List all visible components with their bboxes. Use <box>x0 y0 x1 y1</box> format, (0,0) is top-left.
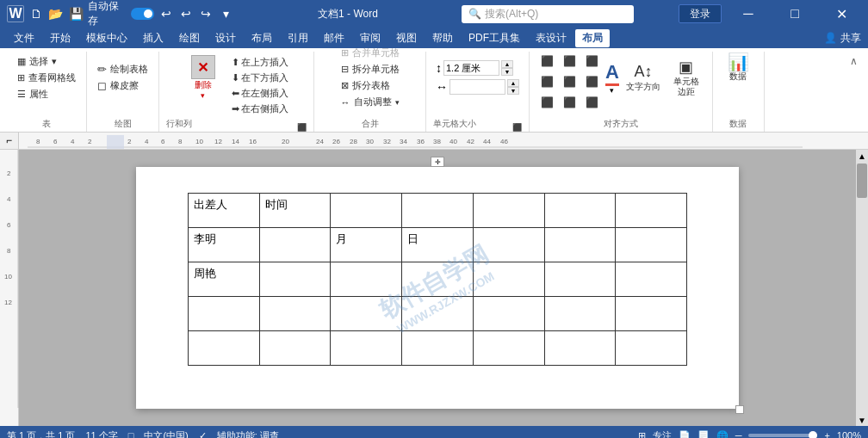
table-cell[interactable] <box>259 331 331 366</box>
table-cell[interactable]: 出差人 <box>189 194 260 228</box>
menu-table-design[interactable]: 表设计 <box>529 29 574 47</box>
cell-margin-button[interactable]: ▣ 单元格边距 <box>667 54 705 101</box>
ruler-corner[interactable]: ⌐ <box>0 133 19 150</box>
table-cell[interactable] <box>473 297 544 331</box>
word-logo-icon[interactable]: W <box>7 5 24 22</box>
table-cell[interactable]: 月 <box>331 228 402 262</box>
undo2-icon[interactable]: ↩ <box>177 5 194 22</box>
table-cell[interactable] <box>259 228 331 262</box>
table-cell[interactable] <box>402 194 474 228</box>
login-button[interactable]: 登录 <box>679 4 722 23</box>
rowcol-expander[interactable]: ⬛ <box>297 123 307 132</box>
close-button[interactable]: ✕ <box>822 0 861 28</box>
split-cells-button[interactable]: ⊟ 拆分单元格 <box>336 62 405 77</box>
share-button[interactable]: 👤 共享 <box>824 31 861 46</box>
search-box[interactable]: 🔍 搜索(Alt+Q) <box>462 5 634 23</box>
undo-icon[interactable]: ↩ <box>158 5 174 22</box>
scroll-down-button[interactable]: ▼ <box>856 414 868 426</box>
height-down-button[interactable]: ▼ <box>501 68 513 76</box>
height-spin[interactable]: ▲ ▼ <box>501 60 513 76</box>
delete-button[interactable]: ✕ 删除 ▾ <box>182 52 225 103</box>
table-cell[interactable] <box>544 228 616 262</box>
table-cell[interactable] <box>544 331 616 366</box>
table-cell[interactable]: 日 <box>402 228 474 262</box>
table-cell[interactable] <box>616 194 687 228</box>
table-move-handle[interactable]: ✛ <box>431 157 444 167</box>
table-cell[interactable] <box>473 228 544 262</box>
print-layout-icon[interactable]: 📃 <box>698 430 710 439</box>
menu-reference[interactable]: 引用 <box>281 29 315 47</box>
read-mode-icon[interactable]: 📄 <box>679 430 691 439</box>
table-cell[interactable] <box>544 262 616 297</box>
align-bottomright-button[interactable]: ⬛ <box>581 93 602 112</box>
cell-height-input[interactable] <box>443 60 499 76</box>
table-cell[interactable] <box>544 194 616 228</box>
document-area[interactable]: ✛ 软件自学网 WWW.RJZXW.COM 出差人 时间 <box>19 150 856 426</box>
align-middlecenter-button[interactable]: ⬛ <box>559 72 580 91</box>
table-cell[interactable] <box>331 194 402 228</box>
menu-mail[interactable]: 邮件 <box>317 29 351 47</box>
menu-view[interactable]: 视图 <box>389 29 424 47</box>
table-cell[interactable] <box>189 297 260 331</box>
menu-home[interactable]: 开始 <box>43 29 78 47</box>
vertical-scrollbar[interactable]: ▲ ▼ <box>856 150 868 426</box>
eraser-button[interactable]: ◻ 橡皮擦 <box>94 78 152 93</box>
cell-width-input[interactable] <box>450 79 505 95</box>
data-button[interactable]: 📊 数据 <box>722 52 753 83</box>
insert-left-button[interactable]: ⬅ 在左侧插入 <box>228 86 292 101</box>
properties-button[interactable]: ☰ 属性 <box>14 87 79 102</box>
web-view-icon[interactable]: 🌐 <box>716 430 728 439</box>
text-direction-button[interactable]: A↕ 文字方向 <box>623 61 664 95</box>
menu-help[interactable]: 帮助 <box>425 29 460 47</box>
align-topcenter-button[interactable]: ⬛ <box>559 52 580 71</box>
open-file-icon[interactable]: 📂 <box>47 5 64 22</box>
align-middleleft-button[interactable]: ⬛ <box>536 72 557 91</box>
menu-pdf[interactable]: PDF工具集 <box>462 29 527 47</box>
autosave-toggle[interactable] <box>131 8 154 20</box>
table-cell[interactable] <box>259 262 331 297</box>
align-bottomleft-button[interactable]: ⬛ <box>536 93 557 112</box>
table-cell[interactable]: 时间 <box>259 194 331 228</box>
table-cell[interactable] <box>189 331 260 366</box>
table-cell[interactable] <box>616 228 687 262</box>
scroll-thumb[interactable] <box>857 163 867 198</box>
split-table-button[interactable]: ⊠ 拆分表格 <box>336 78 405 93</box>
cellsize-expander[interactable]: ⬛ <box>512 123 522 132</box>
merge-cells-button[interactable]: ⊞ 合并单元格 <box>336 46 405 60</box>
table-cell[interactable] <box>616 331 687 366</box>
menu-design[interactable]: 设计 <box>208 29 243 47</box>
menu-file[interactable]: 文件 <box>7 29 41 47</box>
align-middleright-button[interactable]: ⬛ <box>581 72 602 91</box>
table-cell[interactable] <box>473 194 544 228</box>
table-cell[interactable]: 周艳 <box>189 262 260 297</box>
menu-layout1[interactable]: 布局 <box>245 29 279 47</box>
insert-right-button[interactable]: ➡ 在右侧插入 <box>228 102 292 116</box>
table-cell[interactable] <box>402 262 474 297</box>
width-up-button[interactable]: ▲ <box>507 79 519 87</box>
table-cell[interactable] <box>402 331 474 366</box>
select-button[interactable]: ▦ 选择 ▾ <box>14 54 79 69</box>
menu-review[interactable]: 审阅 <box>353 29 388 47</box>
auto-adjust-button[interactable]: ↔ 自动调整 ▾ <box>336 95 405 109</box>
insert-above-button[interactable]: ⬆ 在上方插入 <box>228 55 292 70</box>
minimize-button[interactable]: ─ <box>728 0 768 28</box>
align-topleft-button[interactable]: ⬛ <box>536 52 557 71</box>
table-cell[interactable] <box>544 297 616 331</box>
menu-insert[interactable]: 插入 <box>136 29 170 47</box>
width-down-button[interactable]: ▼ <box>507 87 519 95</box>
restore-button[interactable]: □ <box>775 0 815 28</box>
menu-table-layout[interactable]: 布局 <box>575 29 610 47</box>
view-gridlines-button[interactable]: ⊞ 查看网格线 <box>14 71 79 85</box>
table-cell[interactable] <box>402 297 474 331</box>
scroll-up-button[interactable]: ▲ <box>856 150 868 162</box>
align-bottomcenter-button[interactable]: ⬛ <box>559 93 580 112</box>
menu-draw[interactable]: 绘图 <box>172 29 207 47</box>
minus-zoom-button[interactable]: ─ <box>735 430 742 438</box>
table-cell[interactable] <box>331 297 402 331</box>
table-cell[interactable] <box>616 262 687 297</box>
more-icon[interactable]: ▾ <box>218 5 234 22</box>
save-icon[interactable]: 💾 <box>68 5 84 22</box>
table-cell[interactable] <box>331 331 402 366</box>
table-cell[interactable]: 李明 <box>189 228 260 262</box>
menu-template[interactable]: 模板中心 <box>79 29 134 47</box>
